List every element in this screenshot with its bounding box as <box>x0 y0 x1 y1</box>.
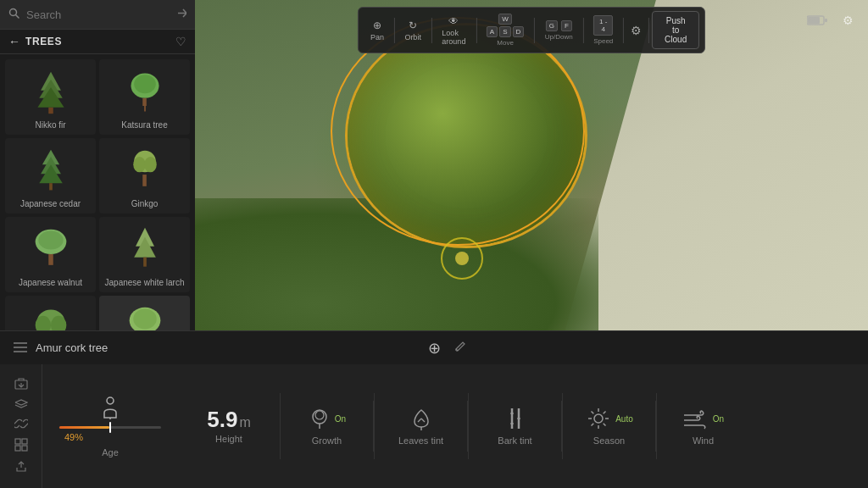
tree-grid: Nikko fir Katsura tree <box>0 54 195 330</box>
tree-item-hornbeam[interactable]: Japanese hop hornbeam <box>5 296 96 330</box>
svg-line-71 <box>592 424 594 426</box>
move-label: Move <box>497 39 514 47</box>
import-icon[interactable] <box>14 377 28 393</box>
key-s: S <box>499 26 510 37</box>
leaves-icon-row <box>409 407 433 430</box>
wind-icon-row: On <box>682 407 724 430</box>
sidebar: ← TREES ♡ Nikko fir <box>0 0 195 330</box>
tree-indicator-dot <box>455 252 469 265</box>
viewport-right-icons: ⚙ <box>805 8 860 32</box>
breadcrumb-row: ← TREES ♡ <box>0 30 195 54</box>
svg-rect-37 <box>825 19 827 22</box>
age-pct-label: 49% <box>64 432 83 442</box>
bark-tint-label: Bark tint <box>498 435 531 446</box>
bark-icon <box>504 407 527 430</box>
key-range: 1 - 4 <box>593 15 613 36</box>
layers-icon[interactable] <box>14 398 28 413</box>
updown-label: Up/Down <box>545 33 573 41</box>
toolbar-pan-btn[interactable]: ⊕ Pan <box>364 17 391 44</box>
toolbar-look-btn[interactable]: 👁 Look around <box>435 13 472 48</box>
wind-label: Wind <box>693 435 714 446</box>
height-value: 5.9 <box>207 408 237 430</box>
share-icon[interactable] <box>175 7 186 22</box>
season-icon-row: Auto <box>585 407 633 430</box>
key-d: D <box>513 26 525 37</box>
svg-point-20 <box>38 230 63 249</box>
svg-rect-24 <box>143 257 147 266</box>
age-slider-thumb <box>109 422 111 433</box>
settings-icon-2[interactable]: ⚙ <box>836 8 860 32</box>
leaves-tint-label: Leaves tint <box>398 435 443 446</box>
speed-group: 1 - 4 Speed <box>587 13 620 47</box>
age-slider-container[interactable]: 49% <box>59 426 161 444</box>
growth-icon-status: On <box>308 407 346 430</box>
wind-icon <box>682 407 709 430</box>
key-f: F <box>561 20 572 31</box>
search-bar <box>0 0 195 30</box>
tree-canopy <box>348 25 585 246</box>
tree-item-ginkgo[interactable]: Ginkgo <box>99 138 190 214</box>
season-icon <box>585 407 612 430</box>
look-label: Look around <box>442 29 465 46</box>
tree-item-walnut[interactable]: Japanese walnut <box>5 217 96 292</box>
svg-rect-47 <box>15 446 20 451</box>
main-container: ← TREES ♡ Nikko fir <box>0 0 868 488</box>
leaves-icon <box>409 407 433 430</box>
svg-point-17 <box>144 157 157 172</box>
toolbar-overlay: ⊕ Pan ↻ Orbit 👁 Look around W <box>358 7 705 53</box>
updown-group: G F Up/Down <box>538 18 580 43</box>
tree-thumbnail <box>25 224 76 274</box>
tree-item-larch[interactable]: Japanese white larch <box>99 217 190 292</box>
tree-indicator <box>441 237 483 280</box>
growth-label: Growth <box>312 435 342 446</box>
height-label: Height <box>215 434 242 444</box>
svg-rect-18 <box>142 175 147 186</box>
toolbar-orbit-btn[interactable]: ↻ Orbit <box>398 17 428 44</box>
tree-item-amur-cork[interactable]: Amur cork tree <box>99 296 190 330</box>
svg-line-68 <box>592 412 594 414</box>
leaves-tint-control: Leaves tint <box>374 393 467 459</box>
svg-marker-23 <box>134 236 156 257</box>
export-icon[interactable] <box>14 459 28 475</box>
svg-point-52 <box>313 410 326 424</box>
move-tool-icon[interactable]: ⊕ <box>428 339 441 358</box>
svg-rect-36 <box>808 17 820 24</box>
svg-rect-6 <box>48 107 53 113</box>
back-button[interactable]: ← <box>8 35 20 48</box>
age-label: Age <box>102 447 119 458</box>
favorites-icon[interactable]: ♡ <box>175 35 186 48</box>
tree-name: Ginkgo <box>131 199 159 208</box>
pan-icon: ⊕ <box>373 19 381 31</box>
height-control: 5.9 m Height <box>178 395 280 458</box>
tree-thumbnail <box>25 66 76 117</box>
svg-line-57 <box>421 419 425 422</box>
link-icon[interactable] <box>14 417 28 433</box>
tree-item-nikko-fir[interactable]: Nikko fir <box>5 59 96 135</box>
search-input[interactable] <box>26 8 175 21</box>
tree-item-katsura[interactable]: Katsura tree <box>99 59 190 135</box>
svg-line-1 <box>16 15 19 19</box>
bt-center: ⊕ <box>428 339 466 358</box>
push-to-cloud-button[interactable]: Push to Cloud <box>652 11 699 49</box>
speed-label: Speed <box>593 37 613 45</box>
svg-point-53 <box>315 411 324 419</box>
edit-tool-icon[interactable] <box>454 341 466 355</box>
settings-icon[interactable]: ⚙ <box>627 24 645 37</box>
age-icon-row: 49 <box>97 396 123 419</box>
bottom-toolbar: Amur cork tree ⊕ <box>0 330 868 364</box>
tree-thumbnail <box>25 302 76 330</box>
orbit-icon: ↻ <box>409 19 417 31</box>
hamburger-icon[interactable] <box>14 341 27 356</box>
svg-point-30 <box>133 308 157 329</box>
age-slider-track <box>59 426 161 429</box>
tree-item-cedar[interactable]: Japanese cedar <box>5 138 96 214</box>
tree-thumbnail <box>25 145 76 196</box>
svg-point-63 <box>594 414 603 423</box>
viewport[interactable]: ⊕ Pan ↻ Orbit 👁 Look around W <box>195 0 868 330</box>
tree-thumbnail <box>120 66 170 117</box>
orbit-label: Orbit <box>404 33 421 42</box>
grid-icon[interactable] <box>14 438 28 454</box>
age-person-icon <box>97 396 123 419</box>
season-control: Auto Season <box>562 393 655 459</box>
bark-tint-control: Bark tint <box>468 393 561 459</box>
